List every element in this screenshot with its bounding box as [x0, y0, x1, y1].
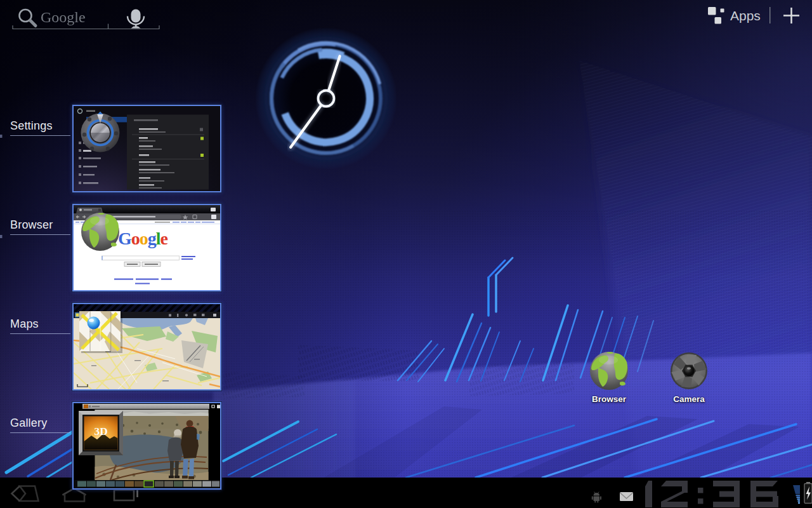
svg-text:3D: 3D	[94, 425, 107, 438]
svg-text:Google: Google	[118, 229, 168, 248]
